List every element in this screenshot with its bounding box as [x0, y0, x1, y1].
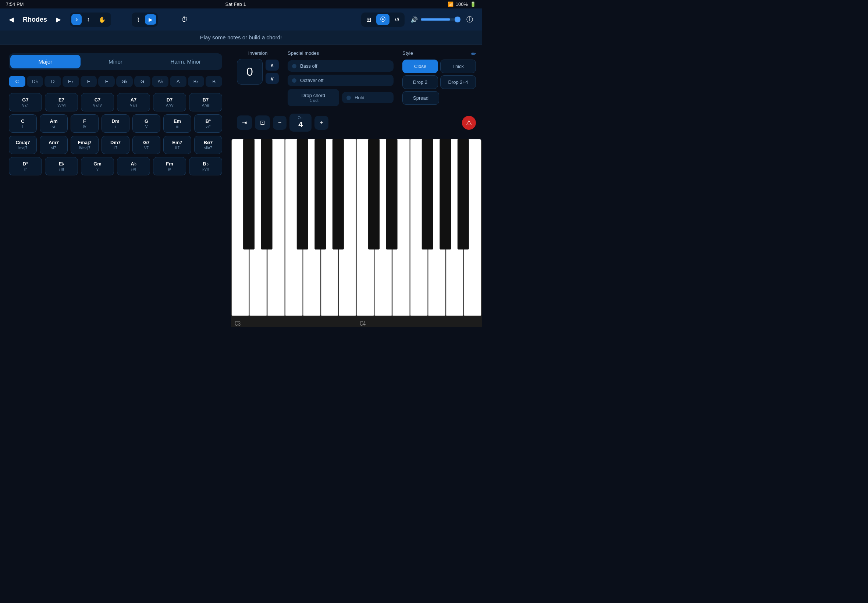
key-G-button[interactable]: G [134, 76, 151, 87]
key-C-button[interactable]: C [9, 76, 25, 87]
wrap-button[interactable]: ⊡ [255, 116, 270, 130]
chord-C-button[interactable]: CI [9, 114, 37, 133]
waveform-button[interactable]: ⌇ [133, 14, 144, 25]
hold-label: Hold [354, 95, 365, 100]
note-mode-button[interactable]: ♪ [71, 14, 82, 25]
key-Bb-button[interactable]: B♭ [188, 76, 204, 87]
key-Cs3[interactable] [243, 139, 255, 250]
scale-minor-button[interactable]: Minor [80, 55, 151, 68]
chord-Ddim-button[interactable]: D°ii° [9, 157, 42, 175]
clock-button[interactable]: ⏱ [178, 14, 191, 26]
key-B-button[interactable]: B [206, 76, 222, 87]
key-D-button[interactable]: D [45, 76, 61, 87]
key-A-button[interactable]: A [170, 76, 186, 87]
chord-G7v7-button[interactable]: G7V7 [132, 136, 160, 154]
chord-Am7-button[interactable]: Am7vi7 [40, 136, 68, 154]
key-Ab-button[interactable]: A♭ [152, 76, 169, 87]
key-Ds4[interactable] [386, 139, 398, 250]
status-time: 7:54 PM [6, 2, 23, 7]
mode-group: ♪ ↕ ✋ [70, 12, 111, 27]
alert-button[interactable]: ⚠ [462, 116, 476, 130]
inversion-down-button[interactable]: ∨ [266, 73, 279, 84]
left-panel: Major Minor Harm. Minor C D♭ D E♭ E F G♭… [0, 45, 231, 327]
chord-D7-button[interactable]: D7V7/V [153, 93, 186, 111]
piano-view-button[interactable]: ⊞ [363, 14, 375, 25]
key-F-button[interactable]: F [98, 76, 115, 87]
style-label: Style [402, 50, 413, 56]
chord-Dm-button[interactable]: Dmii [102, 114, 130, 133]
hold-button[interactable]: Hold [342, 92, 393, 103]
style-edit-button[interactable]: ✏ [471, 50, 476, 57]
key-Ds3[interactable] [261, 139, 272, 250]
key-Fs4[interactable] [422, 139, 433, 250]
chord-G-button[interactable]: GV [132, 114, 160, 133]
top-nav: ◀ Rhodes ▶ ♪ ↕ ✋ ⌇ ▶ ⏱ ⊞ ⦿ ↺ 🔊 ⓘ [0, 8, 482, 31]
chord-Em-button[interactable]: Emiii [163, 114, 191, 133]
style-thick-button[interactable]: Thick [440, 60, 476, 73]
style-drop2-button[interactable]: Drop 2 [402, 76, 438, 89]
chord-Eb-button[interactable]: E♭♭III [45, 157, 78, 175]
style-drop24-button[interactable]: Drop 2+4 [440, 76, 476, 89]
forward-button[interactable]: ▶ [53, 13, 64, 26]
key-Db-button[interactable]: D♭ [27, 76, 43, 87]
chord-Am-button[interactable]: Amvi [40, 114, 68, 133]
chord-Dm7-button[interactable]: Dm7ii7 [102, 136, 130, 154]
chord-Bhalfdim7-button[interactable]: Bø7viiø7 [194, 136, 222, 154]
key-Eb-button[interactable]: E♭ [62, 76, 79, 87]
scale-harmonic-minor-button[interactable]: Harm. Minor [150, 55, 221, 68]
volume-slider[interactable] [421, 19, 458, 20]
inversion-up-button[interactable]: ∧ [266, 60, 279, 71]
chord-A7-button[interactable]: A7V7/ii [117, 93, 150, 111]
style-spread-button[interactable]: Spread [402, 91, 439, 105]
inversion-value: 0 [246, 65, 253, 79]
play-button[interactable]: ▶ [145, 14, 156, 25]
key-As4[interactable] [458, 139, 469, 250]
chord-F-button[interactable]: FIV [71, 114, 99, 133]
compress-button[interactable]: ⇥ [237, 116, 252, 130]
style-grid: Close Thick Drop 2 Drop 2+4 Spread [402, 60, 476, 105]
back-button[interactable]: ◀ [6, 13, 17, 26]
volume-icon: 🔊 [410, 16, 418, 23]
bass-off-dot [292, 64, 296, 68]
scale-selector: Major Minor Harm. Minor [9, 53, 222, 70]
chord-C7-button[interactable]: C7V7/IV [81, 93, 114, 111]
key-Gs4[interactable] [439, 139, 451, 250]
hand-mode-button[interactable]: ✋ [95, 14, 110, 25]
tuner-button[interactable]: ⦿ [376, 14, 390, 25]
chord-Bdim-button[interactable]: B°vii° [194, 114, 222, 133]
undo-button[interactable]: ↺ [391, 14, 403, 25]
key-Cs4[interactable] [368, 139, 379, 250]
plus-button[interactable]: + [314, 116, 328, 130]
arrow-mode-button[interactable]: ↕ [83, 14, 93, 25]
chord-Em7-button[interactable]: Em7iii7 [163, 136, 191, 154]
chord-row-1: CI Amvi FIV Dmii GV Emiii B°vii° [9, 114, 222, 133]
chord-Fmaj7-button[interactable]: Fmaj7IVmaj7 [71, 136, 99, 154]
chord-Cmaj7-button[interactable]: Cmaj7Imaj7 [9, 136, 37, 154]
key-Gb-button[interactable]: G♭ [116, 76, 133, 87]
key-Gs3[interactable] [314, 139, 326, 250]
chord-grid: G7V7/I E7V7/vi C7V7/IV A7V7/ii D7V7/V B7… [9, 93, 222, 175]
oct-label: Oct [298, 116, 304, 120]
chord-E7-button[interactable]: E7V7/vi [45, 93, 78, 111]
scale-major-button[interactable]: Major [10, 55, 80, 68]
chord-Gm-button[interactable]: Gmv [81, 157, 114, 175]
style-close-button[interactable]: Close [402, 60, 438, 73]
minus-button[interactable]: − [273, 116, 286, 130]
bass-off-button[interactable]: Bass off [288, 60, 393, 72]
key-E-button[interactable]: E [80, 76, 97, 87]
chord-Ab-button[interactable]: A♭♭VI [117, 157, 150, 175]
instrument-name: Rhodes [23, 16, 47, 23]
chord-Bb-button[interactable]: B♭♭VII [189, 157, 222, 175]
octaver-off-button[interactable]: Octaver off [288, 75, 393, 86]
chord-G7-button[interactable]: G7V7/I [9, 93, 42, 111]
piano-keyboard[interactable]: C3 C4 [231, 139, 482, 327]
inversion-label: Inversion [248, 50, 268, 56]
drop-chord-button[interactable]: Drop chord -1 oct [288, 89, 339, 106]
playback-group: ⌇ ▶ [132, 12, 158, 27]
inversion-control: 0 ∧ ∨ [237, 59, 279, 85]
info-button[interactable]: ⓘ [463, 13, 476, 26]
key-Fs3[interactable] [297, 139, 308, 250]
chord-B7-button[interactable]: B7V7/iii [189, 93, 222, 111]
key-As3[interactable] [333, 139, 344, 250]
chord-Fm-button[interactable]: Fmiv [153, 157, 186, 175]
